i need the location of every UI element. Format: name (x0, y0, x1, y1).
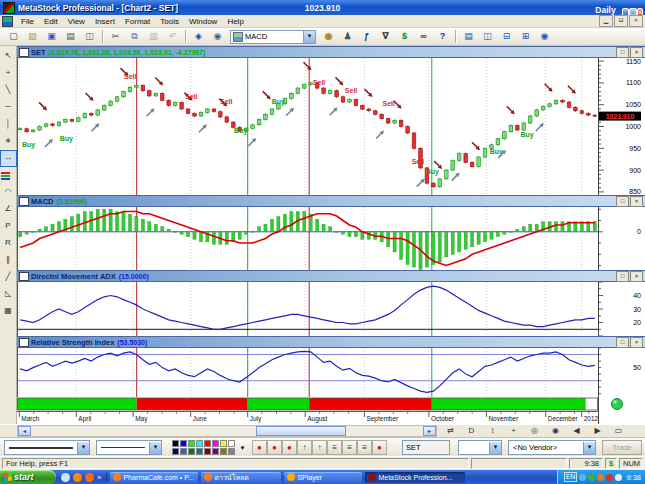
menu-insert[interactable]: Insert (90, 17, 120, 26)
symbol-palette-tool[interactable] (0, 167, 17, 184)
tile-vertical-button[interactable]: ◫ (478, 28, 497, 45)
palette-color-10[interactable] (188, 448, 195, 455)
chevron-down-icon[interactable]: ▼ (77, 442, 89, 454)
downloader-button[interactable]: ∞ (414, 28, 433, 45)
taskbar-task[interactable]: PharmaCafe.com • P... (110, 472, 198, 483)
volume-tray-icon[interactable] (615, 474, 622, 481)
palette-color-3[interactable] (196, 440, 203, 447)
start-button[interactable]: start (0, 470, 56, 484)
upload-chart-button-1[interactable]: ↑ (297, 440, 312, 455)
firefox-icon[interactable] (85, 473, 94, 482)
pane-maximize-button[interactable]: □ (616, 337, 629, 348)
trendline-tool[interactable]: ╲ (0, 82, 17, 99)
cut-button[interactable]: ✂ (106, 28, 125, 45)
crosshair-pointer-button[interactable]: ◈ (189, 28, 208, 45)
fan-lines-tool[interactable]: ∠ (0, 201, 17, 218)
text-p-tool[interactable]: P (0, 218, 17, 235)
scrollbar-left-arrow[interactable]: ◄ (18, 426, 31, 436)
refresh-view-button[interactable]: ◉ (535, 28, 554, 45)
interval-combo[interactable]: ▼ (458, 440, 502, 455)
messenger-tray-icon[interactable] (579, 474, 586, 481)
page-layout-button[interactable]: ▭ (608, 425, 629, 437)
pattern-tool[interactable]: ▦ (0, 303, 17, 320)
pane-close-button[interactable]: × (630, 337, 643, 348)
delete-tool[interactable]: ∗ (0, 133, 17, 150)
pointer-tool[interactable]: ↖ (0, 48, 17, 65)
print-preview-button[interactable]: ◫ (80, 28, 99, 45)
scrollbar-thumb[interactable] (256, 426, 346, 436)
taskbar-task[interactable]: SPlayer (284, 472, 362, 483)
line-style-combo[interactable]: ▼ (4, 440, 90, 455)
quick-launch-chevron[interactable]: » (97, 473, 101, 482)
menu-format[interactable]: Format (120, 17, 155, 26)
menu-help[interactable]: Help (222, 17, 248, 26)
indicator-builder-button[interactable]: ƒ (357, 28, 376, 45)
system-tester-button[interactable]: $ (395, 28, 414, 45)
palette-color-1[interactable] (180, 440, 187, 447)
open-button[interactable]: ▨ (23, 28, 42, 45)
menu-file[interactable]: File (16, 17, 39, 26)
pane-title-set[interactable]: SET (1,019.76, 1,031.26, 1,019.55, 1,023… (17, 46, 645, 58)
color-palette-dropdown[interactable]: ▾ (238, 440, 247, 455)
palette-color-9[interactable] (180, 448, 187, 455)
palette-color-14[interactable] (220, 448, 227, 455)
line-weight-combo[interactable]: ▼ (96, 440, 162, 455)
pane-title-adx[interactable]: Directnl Movement ADX (15.0000) □× (17, 270, 645, 282)
grid-lines-tool[interactable]: ∥ (0, 252, 17, 269)
menu-tools[interactable]: Tools (155, 17, 184, 26)
scrollbar-right-arrow[interactable]: ► (423, 426, 436, 436)
palette-color-7[interactable] (228, 440, 235, 447)
expand-vertical-button[interactable]: ↕ (482, 425, 503, 437)
ray-tool[interactable]: ╱ (0, 269, 17, 286)
pane-title-macd[interactable]: MACD (3.62996) □× (17, 195, 645, 207)
chevron-down-icon[interactable]: ▼ (303, 31, 315, 43)
text-r-tool[interactable]: R (0, 235, 17, 252)
palette-color-13[interactable] (212, 448, 219, 455)
mdi-close-button[interactable]: × (629, 15, 643, 27)
menu-window[interactable]: Window (184, 17, 222, 26)
arc-tool[interactable]: ◠ (0, 184, 17, 201)
chevron-down-icon[interactable]: ▼ (149, 442, 161, 454)
tick-style-button-4[interactable]: ● (372, 440, 387, 455)
pane-maximize-button[interactable]: □ (616, 47, 629, 58)
updater-tray-icon[interactable] (597, 474, 604, 481)
upload-chart-button-2[interactable]: ↑ (312, 440, 327, 455)
tick-style-button-1[interactable]: ● (252, 440, 267, 455)
opera-icon[interactable] (73, 473, 82, 482)
fib-fan-tool[interactable]: ◺ (0, 286, 17, 303)
layout-drawer-button-1[interactable]: ≡ (327, 440, 342, 455)
tile-horizontal-button[interactable]: ⊟ (497, 28, 516, 45)
periodicity-daily-button[interactable]: D (461, 425, 482, 437)
taskbar-task[interactable]: MetaStock Profession... (365, 472, 465, 483)
scale-tool[interactable]: ↔ (0, 150, 17, 167)
context-help-button[interactable]: ? (433, 28, 452, 45)
palette-color-8[interactable] (172, 448, 179, 455)
palette-color-4[interactable] (204, 440, 211, 447)
taskbar-task[interactable]: ดาวน์โหลด (201, 472, 281, 483)
tile-grid-button[interactable]: ⊞ (516, 28, 535, 45)
zoom-normal-button[interactable]: ◎ (524, 425, 545, 437)
palette-color-5[interactable] (212, 440, 219, 447)
zoom-in-button[interactable]: + (503, 425, 524, 437)
crosshair-tool[interactable]: + (0, 65, 17, 82)
save-button[interactable]: ▣ (42, 28, 61, 45)
symbol-field[interactable]: SET (402, 440, 450, 455)
pane-close-button[interactable]: × (630, 271, 643, 282)
palette-color-0[interactable] (172, 440, 179, 447)
new-button[interactable]: ▢ (4, 28, 23, 45)
expert-advisor-button[interactable]: ◉ (319, 28, 338, 45)
pane-title-rsi[interactable]: Relative Strength Index (53.5030) □× (17, 336, 645, 348)
palette-color-15[interactable] (228, 448, 235, 455)
scroll-chart-left-button[interactable]: ◀ (566, 425, 587, 437)
chart-horizontal-scrollbar[interactable]: ◄ ► (17, 425, 437, 437)
palette-color-12[interactable] (204, 448, 211, 455)
expert-commentary-button[interactable]: ♟ (338, 28, 357, 45)
trade-button[interactable]: Trade (602, 440, 642, 455)
layout-drawer-button-2[interactable]: ≡ (342, 440, 357, 455)
menu-view[interactable]: View (63, 17, 90, 26)
palette-color-2[interactable] (188, 440, 195, 447)
tick-style-button-2[interactable]: ● (267, 440, 282, 455)
menu-edit[interactable]: Edit (39, 17, 63, 26)
pane-close-button[interactable]: × (630, 47, 643, 58)
vendor-combo[interactable]: <No Vendor> ▼ (508, 440, 596, 455)
